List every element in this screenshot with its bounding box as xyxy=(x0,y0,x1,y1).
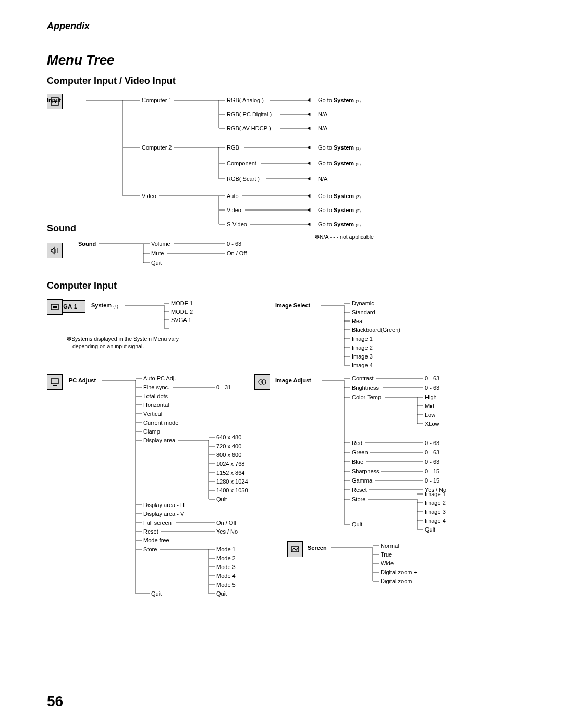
menu-tree-diagram: Input Computer 1 RGB( Analog ) RGB( PC D… xyxy=(47,90,516,616)
document-page: Appendix Menu Tree Computer Input / Vide… xyxy=(0,0,563,728)
tree-connectors xyxy=(47,90,516,616)
header-rule xyxy=(47,36,516,36)
page-title: Menu Tree xyxy=(47,52,516,68)
appendix-header: Appendix xyxy=(47,21,516,32)
section-computer-video: Computer Input / Video Input xyxy=(47,76,516,87)
page-number: 56 xyxy=(47,693,63,710)
